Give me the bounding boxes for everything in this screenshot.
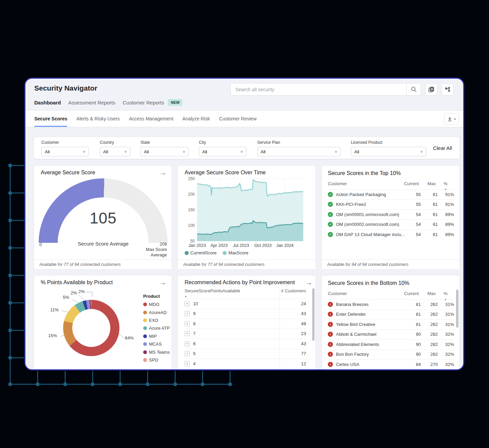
col-customer[interactable]: Customer bbox=[328, 181, 347, 186]
alert-circle-icon: ! bbox=[328, 362, 333, 367]
col-pct[interactable]: %▼ bbox=[442, 181, 449, 191]
card-title: Secure Scores in the Top 10% bbox=[328, 170, 401, 176]
filter-label: Country bbox=[100, 140, 130, 145]
legend-dot bbox=[143, 334, 147, 338]
check-circle-icon: ✓ bbox=[328, 222, 333, 227]
expand-plus-icon[interactable]: + bbox=[185, 331, 190, 336]
tab-secure-scores[interactable]: Secure Scores bbox=[34, 111, 67, 127]
customer-name: OM (om00001.onmicrosoft.com) bbox=[336, 212, 409, 217]
max-score: 282 bbox=[421, 332, 438, 337]
table-row[interactable]: !Enter Defender8126231% bbox=[328, 309, 454, 319]
legend-item-azure-atp: Azure ATP bbox=[143, 324, 170, 332]
table-row[interactable]: +412 bbox=[185, 358, 306, 369]
open-report-arrow-icon[interactable]: → bbox=[159, 279, 166, 287]
expand-plus-icon[interactable]: + bbox=[185, 301, 190, 306]
vertical-scrollbar[interactable] bbox=[456, 290, 458, 328]
table-row[interactable]: +943 bbox=[185, 309, 306, 319]
table-row[interactable]: !Certex USA8427032% bbox=[328, 359, 454, 369]
alert-circle-icon: ! bbox=[328, 342, 333, 347]
open-report-arrow-icon[interactable]: → bbox=[305, 279, 312, 287]
col-points-available[interactable]: SecureScorePointsAvailable▼ bbox=[185, 288, 240, 298]
filter-select[interactable]: All∨ bbox=[100, 147, 130, 156]
table-row[interactable]: ✓OM (om00002.onmicrosoft.com)546189% bbox=[328, 219, 454, 230]
col-current[interactable]: Current bbox=[398, 291, 419, 296]
table-row[interactable]: ✓Action Packed Packaging556191% bbox=[328, 189, 454, 199]
tab-alerts-risky-users[interactable]: Alerts & Risky Users bbox=[76, 111, 120, 127]
table-row[interactable]: +1024 bbox=[185, 298, 306, 309]
current-score: 81 bbox=[409, 312, 421, 317]
sitemap-icon bbox=[445, 86, 451, 93]
customer-name: Abbreviated Elements bbox=[336, 342, 409, 347]
alert-circle-icon: ! bbox=[328, 312, 333, 317]
expand-plus-icon[interactable]: + bbox=[185, 321, 190, 326]
expand-plus-icon[interactable]: + bbox=[185, 361, 190, 366]
table-row[interactable]: +849 bbox=[185, 318, 306, 329]
expand-plus-icon[interactable]: + bbox=[185, 311, 190, 316]
filter-select[interactable]: All∨ bbox=[41, 147, 89, 156]
slice-pct-label: 64% bbox=[125, 335, 134, 340]
table-row[interactable]: !Abbreviated Elements9028232% bbox=[328, 339, 454, 349]
customer-name: Banana Breezes bbox=[336, 302, 409, 307]
filter-select[interactable]: All∨ bbox=[140, 147, 189, 156]
customers-count: 12 bbox=[279, 361, 306, 366]
svg-text:100: 100 bbox=[188, 223, 195, 228]
hierarchy-view-button[interactable] bbox=[441, 83, 454, 96]
nav-item-dashboard[interactable]: Dashboard bbox=[34, 100, 61, 105]
copy-add-button[interactable] bbox=[425, 83, 437, 96]
chevron-down-icon: ∨ bbox=[83, 150, 86, 153]
table-row[interactable]: +643 bbox=[185, 338, 306, 349]
col-max[interactable]: Max bbox=[422, 181, 436, 186]
legend-item-exo: EXO bbox=[143, 316, 170, 324]
current-score: 81 bbox=[409, 322, 421, 327]
search-button[interactable] bbox=[406, 83, 421, 95]
table-row[interactable]: +577 bbox=[185, 349, 306, 359]
tab-analyze-risk[interactable]: Analyze Risk bbox=[183, 111, 210, 127]
customers-count: 23 bbox=[279, 331, 306, 336]
max-score: 262 bbox=[421, 302, 438, 307]
col-pct[interactable]: %▲ bbox=[442, 291, 449, 301]
expand-plus-icon[interactable]: + bbox=[185, 341, 190, 346]
table-row[interactable]: +723 bbox=[185, 329, 306, 339]
filter-select[interactable]: All∨ bbox=[199, 147, 246, 156]
customer-name: KKh-PCI-Free2 bbox=[336, 202, 409, 207]
table-row[interactable]: ✓KKh-PCI-Free2556191% bbox=[328, 199, 454, 210]
slice-pct-label: 2% bbox=[71, 290, 77, 295]
table-row[interactable]: !Banana Breezes8126231% bbox=[328, 299, 454, 309]
alert-circle-icon: ! bbox=[328, 332, 333, 337]
filter-select[interactable]: All∨ bbox=[257, 147, 341, 156]
card-top10-scores: Secure Scores in the Top 10% CustomerCur… bbox=[321, 165, 460, 270]
nav-item-customer-reports[interactable]: Customer Reports bbox=[123, 100, 164, 105]
tab-customer-review[interactable]: Customer Review bbox=[219, 111, 257, 127]
card-footer: Available for 94 of 94 connected custome… bbox=[322, 259, 459, 269]
open-report-arrow-icon[interactable]: → bbox=[159, 169, 166, 177]
table-row[interactable]: !Yellow Bird Creative8126231% bbox=[328, 319, 454, 329]
current-score: 84 bbox=[409, 362, 421, 367]
clear-all-filters-button[interactable]: Clear All bbox=[433, 145, 452, 151]
tab-access-management[interactable]: Access Management bbox=[129, 111, 173, 127]
table-row[interactable]: !Bon Bon Factory9028232% bbox=[328, 349, 454, 359]
card-footer: Available for 77 of 94 connected custome… bbox=[34, 259, 172, 269]
table-row[interactable]: ✓OM DAP 13 Cloud Manager inclu...546189% bbox=[328, 229, 454, 239]
search-input[interactable] bbox=[231, 87, 406, 92]
col-customer[interactable]: Customer bbox=[328, 291, 347, 296]
col-customers[interactable]: # Customers bbox=[281, 288, 306, 293]
col-max[interactable]: Max bbox=[422, 291, 436, 296]
table-row[interactable]: !Abbott & Carmichael9028232% bbox=[328, 329, 454, 339]
customer-name: Yellow Bird Creative bbox=[336, 322, 409, 327]
vertical-scrollbar[interactable] bbox=[312, 288, 315, 341]
svg-text:150: 150 bbox=[188, 208, 195, 212]
table-row[interactable]: ✓OM (om00001.onmicrosoft.com)546189% bbox=[328, 209, 454, 219]
customer-name: OM (om00002.onmicrosoft.com) bbox=[336, 222, 409, 227]
col-current[interactable]: Current bbox=[398, 181, 419, 186]
legend-item-mcas: MCAS bbox=[143, 340, 170, 348]
filter-select[interactable]: All∨ bbox=[351, 147, 426, 156]
customers-count: 49 bbox=[279, 321, 306, 326]
download-button[interactable]: ▼ bbox=[444, 113, 459, 125]
primary-nav: DashboardAssessment ReportsCustomer Repo… bbox=[34, 99, 182, 106]
nav-item-assessment-reports[interactable]: Assessment Reports bbox=[68, 100, 115, 105]
expand-plus-icon[interactable]: + bbox=[185, 351, 190, 356]
pct-score: 32% bbox=[438, 332, 454, 337]
max-score: 262 bbox=[421, 322, 438, 327]
legend-item-ms-teams: MS Teams bbox=[143, 348, 170, 356]
check-circle-icon: ✓ bbox=[328, 212, 333, 217]
